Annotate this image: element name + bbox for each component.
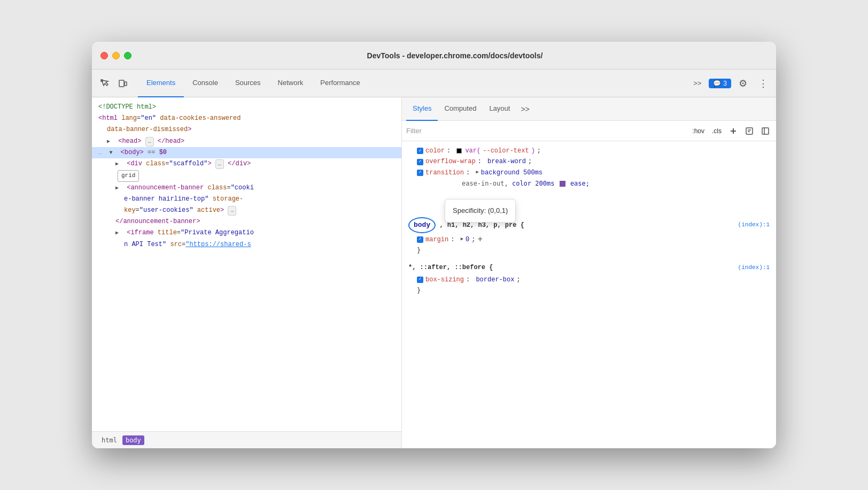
grid-badge[interactable]: grid [118,170,139,182]
body-selected-line[interactable]: … <body> == $0 [92,147,401,158]
css-color-line: color : var(--color-text) ; [408,146,770,156]
toolbar-right: >> 💬 3 ⚙ ⋮ [689,75,772,92]
scaffold-triangle[interactable] [115,160,122,166]
breadcrumb-html[interactable]: html [98,435,120,445]
toolbar: Elements Console Sources Network Perform… [92,70,776,97]
computed-styles-button[interactable] [743,125,756,137]
sidebar-icon [762,127,769,135]
head-triangle[interactable] [107,137,113,144]
cls-filter-button[interactable]: .cls [710,126,724,136]
html-open-line: <html lang="en" data-cookies-answered [92,113,401,124]
svg-rect-8 [762,128,769,134]
devtools-window: DevTools - developer.chrome.com/docs/dev… [92,42,776,448]
svg-rect-1 [119,80,124,87]
computed-icon [746,127,753,135]
css-rule-inherited: color : var(--color-text) ; overflow-wra… [408,146,770,189]
toolbar-icon-group [96,75,131,92]
transition-color-swatch[interactable] [560,181,565,187]
left-panel: <!DOCTYPE html> <html lang="en" data-coo… [92,97,402,448]
color-swatch-black[interactable] [456,148,462,154]
body-selector-highlight: body [408,217,436,233]
more-menu-button[interactable]: ⋮ [755,75,772,92]
styles-filter-input[interactable] [406,127,686,135]
toggle-sidebar-button[interactable] [759,125,772,137]
css-rule-universal: *, ::after, ::before { (index):1 box-siz… [408,262,770,296]
css-transition-checkbox[interactable] [417,170,423,176]
traffic-lights [100,52,131,59]
head-dots[interactable]: … [145,137,154,147]
tab-styles[interactable]: Styles [406,97,438,121]
announcement-line-2: e-banner hairline-top" storage- [92,194,401,205]
iframe-triangle[interactable] [115,229,122,235]
tab-elements[interactable]: Elements [138,70,184,97]
specificity-tooltip: Specificity: (0,0,1) [445,199,516,223]
cursor-icon [100,79,109,88]
tab-network[interactable]: Network [269,70,312,97]
notification-icon: 💬 [713,80,721,87]
iframe-line-1: <iframe title="Private Aggregatio [92,227,401,239]
styles-more-tabs[interactable]: >> [518,105,531,113]
announcement-line-3: key="user-cookies" active> … [92,205,401,216]
styles-filter-bar: :hov .cls [402,121,776,141]
settings-button[interactable]: ⚙ [734,75,751,92]
dom-tree[interactable]: <!DOCTYPE html> <html lang="en" data-coo… [92,97,401,431]
filter-buttons: :hov .cls [690,125,772,137]
head-collapsed-line: <head> … </head> [92,136,401,147]
css-box-sizing-checkbox[interactable] [417,277,423,283]
css-overflow-checkbox[interactable] [417,159,423,165]
device-icon [119,79,127,88]
css-rule-body: body , h1, h2, h3, p, pre { (index):1 ma… [408,217,770,256]
announcement-dots[interactable]: … [228,206,236,216]
tab-console[interactable]: Console [184,70,227,97]
announcement-line-1: <announcement-banner class="cooki [92,182,401,194]
div-scaffold-line: <div class="scaffold"> … </div> [92,158,401,170]
universal-rule-file-ref[interactable]: (index):1 [738,263,770,273]
tab-sources[interactable]: Sources [227,70,269,97]
doctype-line: <!DOCTYPE html> [92,102,401,113]
hov-filter-button[interactable]: :hov [690,126,707,136]
toolbar-tabs: Elements Console Sources Network Perform… [138,70,687,97]
announcement-triangle[interactable] [115,184,122,190]
tab-performance[interactable]: Performance [312,70,368,97]
device-toggle-button[interactable] [114,75,131,92]
scaffold-dots[interactable]: … [215,159,224,169]
add-property-button[interactable]: + [477,235,483,244]
breadcrumb-body[interactable]: body [122,435,144,445]
styles-tabs: Styles Computed Layout >> [402,97,776,121]
more-tabs-button[interactable]: >> [689,77,706,89]
close-button[interactable] [100,52,108,59]
notification-badge[interactable]: 💬 3 [709,79,731,88]
css-color-checkbox[interactable] [417,148,423,154]
grid-badge-line: grid [92,170,401,182]
maximize-button[interactable] [124,52,131,59]
css-universal-close: } [408,285,770,296]
plus-icon [730,127,737,135]
announcement-close-line: </announcement-banner> [92,216,401,227]
right-panel: Styles Computed Layout >> :hov .cls [402,97,776,448]
inspect-element-button[interactable] [96,75,113,92]
css-transition-line: transition : background 500ms [408,167,770,178]
css-body-close: } [408,245,770,256]
add-style-rule-button[interactable] [727,125,740,137]
styles-content: color : var(--color-text) ; overflow-wra… [402,141,776,448]
iframe-line-2: n API Test" src="https://shared-s [92,239,401,250]
tab-layout[interactable]: Layout [483,97,516,121]
titlebar: DevTools - developer.chrome.com/docs/dev… [92,42,776,70]
css-transition-cont: ease-in-out, color 200ms ease; [408,178,770,189]
body-rule-file-ref[interactable]: (index):1 [738,220,770,230]
css-margin-checkbox[interactable] [417,236,423,243]
transition-expand[interactable] [476,169,478,177]
notification-count: 3 [723,80,727,87]
html-open-line-cont: data-banner-dismissed> [92,124,401,135]
minimize-button[interactable] [112,52,120,59]
css-box-sizing-line: box-sizing : border-box ; [408,274,770,285]
body-triangle[interactable] [109,149,115,155]
tab-computed[interactable]: Computed [438,97,483,121]
css-overflow-wrap-line: overflow-wrap : break-word ; [408,156,770,167]
main-content: <!DOCTYPE html> <html lang="en" data-coo… [92,97,776,448]
svg-rect-5 [746,128,753,134]
margin-expand[interactable] [461,235,463,243]
svg-rect-2 [125,82,127,86]
window-title: DevTools - developer.chrome.com/docs/dev… [142,51,768,60]
breadcrumb: html body [92,431,401,448]
